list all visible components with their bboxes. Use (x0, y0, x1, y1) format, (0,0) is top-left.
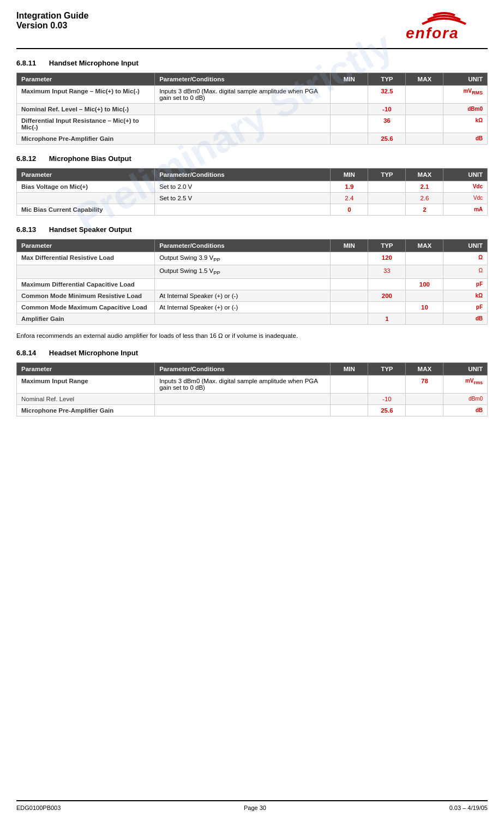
section-6812-number: 6.8.12 (16, 154, 36, 163)
cell-typ (368, 375, 406, 393)
cell-typ: 32.5 (368, 86, 406, 104)
cell-max (406, 393, 443, 404)
cell-min (331, 278, 368, 290)
cell-unit: mA (443, 204, 488, 216)
cell-typ (368, 193, 406, 204)
table-row: Set to 2.5 V2.42.6Vdc (17, 193, 488, 204)
th-parameter: Parameter (17, 240, 155, 252)
page: Integration Guide Version 0.03 enfora Pr… (0, 0, 504, 457)
footer-version-date: 0.03 – 4/19/05 (449, 805, 488, 811)
cell-min: 1.9 (331, 181, 368, 193)
cell-max (406, 104, 443, 115)
cell-max (406, 404, 443, 416)
cell-max: 2 (406, 204, 443, 216)
table-row: Nominal Ref. Level – Mic(+) to Mic(-)-10… (17, 104, 488, 115)
th-typ: TYP (368, 169, 406, 181)
section-6811-number: 6.8.11 (16, 59, 36, 67)
cell-typ: 33 (368, 265, 406, 278)
table-row: Maximum Differential Capacitive Load100p… (17, 278, 488, 290)
cell-unit: dBm0 (443, 393, 488, 404)
section-6813-title: Handset Speaker Output (49, 225, 132, 234)
th-unit: UNIT (443, 362, 488, 375)
cell-max: 10 (406, 301, 443, 313)
cell-min (331, 252, 368, 265)
doc-title-line2: Version 0.03 (16, 21, 88, 31)
cell-unit: mVRMS (443, 86, 488, 104)
cell-min (331, 290, 368, 301)
cell-min (331, 301, 368, 313)
cell-parameter: Max Differential Resistive Load (17, 252, 155, 265)
cell-parameter: Maximum Differential Capacitive Load (17, 278, 155, 290)
th-min: MIN (331, 240, 368, 252)
cell-parameter: Common Mode Maximum Capacitive Load (17, 301, 155, 313)
cell-max (406, 313, 443, 324)
cell-typ: -10 (368, 393, 406, 404)
cell-max (406, 133, 443, 145)
doc-title-line1: Integration Guide (16, 11, 88, 21)
cell-max (406, 115, 443, 133)
cell-parameter: Mic Bias Current Capability (17, 204, 155, 216)
section-6812-title: Microphone Bias Output (49, 154, 131, 163)
section-6813-number: 6.8.13 (16, 225, 36, 234)
cell-unit: kΩ (443, 115, 488, 133)
table-row: Mic Bias Current Capability02mA (17, 204, 488, 216)
section-6814-number: 6.8.14 (16, 349, 36, 357)
th-max: MAX (406, 169, 443, 181)
th-max: MAX (406, 362, 443, 375)
logo-svg: enfora (400, 11, 488, 44)
th-typ: TYP (368, 362, 406, 375)
th-typ: TYP (368, 240, 406, 252)
th-min: MIN (331, 73, 368, 86)
th-max: MAX (406, 73, 443, 86)
cell-parameter: Nominal Ref. Level – Mic(+) to Mic(-) (17, 104, 155, 115)
cell-conditions: Output Swing 1.5 VPP (155, 265, 331, 278)
cell-unit: Vdc (443, 193, 488, 204)
cell-max: 78 (406, 375, 443, 393)
cell-typ (368, 301, 406, 313)
cell-max (406, 86, 443, 104)
cell-unit: Ω (443, 252, 488, 265)
cell-typ (368, 204, 406, 216)
cell-typ: 25.6 (368, 404, 406, 416)
cell-typ: 36 (368, 115, 406, 133)
cell-min (331, 104, 368, 115)
section-6811-title: Handset Microphone Input (49, 59, 139, 67)
cell-min (331, 375, 368, 393)
logo: enfora (400, 11, 488, 44)
cell-conditions: Inputs 3 dBm0 (Max. digital sample ampli… (155, 375, 331, 393)
cell-typ (368, 181, 406, 193)
table-row: Differential Input Resistance – Mic(+) t… (17, 115, 488, 133)
cell-conditions (155, 313, 331, 324)
th-conditions: Parameter/Conditions (155, 73, 331, 86)
cell-unit: dB (443, 133, 488, 145)
table-6813: Parameter Parameter/Conditions MIN TYP M… (16, 239, 488, 325)
cell-parameter: Amplifier Gain (17, 313, 155, 324)
cell-parameter: Nominal Ref. Level (17, 393, 155, 404)
section-6813-heading: 6.8.13 Handset Speaker Output (16, 225, 488, 234)
cell-conditions: Set to 2.0 V (155, 181, 331, 193)
cell-min (331, 86, 368, 104)
cell-conditions (155, 404, 331, 416)
footer-page-number: Page 30 (244, 805, 266, 811)
table-6812: Parameter Parameter/Conditions MIN TYP M… (16, 168, 488, 216)
cell-unit: Ω (443, 265, 488, 278)
table-row: Maximum Input RangeInputs 3 dBm0 (Max. d… (17, 375, 488, 393)
cell-parameter: Maximum Input Range (17, 375, 155, 393)
cell-typ: 200 (368, 290, 406, 301)
table-6811-header-row: Parameter Parameter/Conditions MIN TYP M… (17, 73, 488, 86)
cell-conditions (155, 393, 331, 404)
cell-conditions: At Internal Speaker (+) or (-) (155, 301, 331, 313)
page-footer: EDG0100PB003 Page 30 0.03 – 4/19/05 (16, 800, 488, 811)
table-row: Amplifier Gain1dB (17, 313, 488, 324)
table-row: Microphone Pre-Amplifier Gain25.6dB (17, 404, 488, 416)
cell-unit: kΩ (443, 290, 488, 301)
cell-unit: Vdc (443, 181, 488, 193)
th-unit: UNIT (443, 73, 488, 86)
cell-min (331, 115, 368, 133)
section-6813-note: Enfora recommends an external audio ampl… (16, 332, 488, 339)
cell-conditions (155, 278, 331, 290)
cell-min (331, 393, 368, 404)
th-typ: TYP (368, 73, 406, 86)
th-min: MIN (331, 169, 368, 181)
th-min: MIN (331, 362, 368, 375)
